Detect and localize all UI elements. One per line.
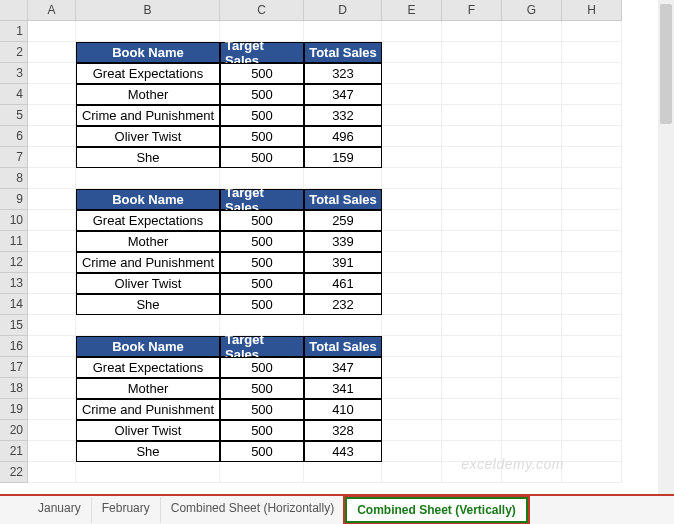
cell-B17[interactable]: Great Expectations — [76, 357, 220, 378]
cell-A6[interactable] — [28, 126, 76, 147]
cell-C11[interactable]: 500 — [220, 231, 304, 252]
cell-D9[interactable]: Total Sales — [304, 189, 382, 210]
cell-G3[interactable] — [502, 63, 562, 84]
cell-A5[interactable] — [28, 105, 76, 126]
cell-D4[interactable]: 347 — [304, 84, 382, 105]
cell-F3[interactable] — [442, 63, 502, 84]
column-header-B[interactable]: B — [76, 0, 220, 21]
cell-H13[interactable] — [562, 273, 622, 294]
cell-B4[interactable]: Mother — [76, 84, 220, 105]
cell-G15[interactable] — [502, 315, 562, 336]
sheet-tab-february[interactable]: February — [92, 497, 161, 523]
cell-G5[interactable] — [502, 105, 562, 126]
cell-A8[interactable] — [28, 168, 76, 189]
cell-E10[interactable] — [382, 210, 442, 231]
cell-E3[interactable] — [382, 63, 442, 84]
cell-D8[interactable] — [304, 168, 382, 189]
row-header-9[interactable]: 9 — [0, 189, 28, 210]
cell-C12[interactable]: 500 — [220, 252, 304, 273]
cell-F10[interactable] — [442, 210, 502, 231]
row-header-11[interactable]: 11 — [0, 231, 28, 252]
select-all-corner[interactable] — [0, 0, 28, 21]
row-header-1[interactable]: 1 — [0, 21, 28, 42]
cell-E14[interactable] — [382, 294, 442, 315]
cell-E12[interactable] — [382, 252, 442, 273]
cell-G13[interactable] — [502, 273, 562, 294]
cell-B16[interactable]: Book Name — [76, 336, 220, 357]
cell-B5[interactable]: Crime and Punishment — [76, 105, 220, 126]
cell-A12[interactable] — [28, 252, 76, 273]
cell-A7[interactable] — [28, 147, 76, 168]
cell-F8[interactable] — [442, 168, 502, 189]
cell-C21[interactable]: 500 — [220, 441, 304, 462]
cell-H15[interactable] — [562, 315, 622, 336]
cell-H17[interactable] — [562, 357, 622, 378]
cell-D16[interactable]: Total Sales — [304, 336, 382, 357]
column-header-E[interactable]: E — [382, 0, 442, 21]
cell-F4[interactable] — [442, 84, 502, 105]
cell-B3[interactable]: Great Expectations — [76, 63, 220, 84]
cell-G19[interactable] — [502, 399, 562, 420]
cell-C5[interactable]: 500 — [220, 105, 304, 126]
cell-C6[interactable]: 500 — [220, 126, 304, 147]
cell-H1[interactable] — [562, 21, 622, 42]
cell-G4[interactable] — [502, 84, 562, 105]
row-header-7[interactable]: 7 — [0, 147, 28, 168]
cell-B9[interactable]: Book Name — [76, 189, 220, 210]
column-header-F[interactable]: F — [442, 0, 502, 21]
cell-A2[interactable] — [28, 42, 76, 63]
cell-H5[interactable] — [562, 105, 622, 126]
row-header-6[interactable]: 6 — [0, 126, 28, 147]
cell-D7[interactable]: 159 — [304, 147, 382, 168]
cell-E15[interactable] — [382, 315, 442, 336]
cell-B11[interactable]: Mother — [76, 231, 220, 252]
cell-D2[interactable]: Total Sales — [304, 42, 382, 63]
cell-D20[interactable]: 328 — [304, 420, 382, 441]
cell-B22[interactable] — [76, 462, 220, 483]
cell-G8[interactable] — [502, 168, 562, 189]
cell-E19[interactable] — [382, 399, 442, 420]
cell-H8[interactable] — [562, 168, 622, 189]
column-header-C[interactable]: C — [220, 0, 304, 21]
cell-G11[interactable] — [502, 231, 562, 252]
cell-C13[interactable]: 500 — [220, 273, 304, 294]
row-header-16[interactable]: 16 — [0, 336, 28, 357]
cell-D12[interactable]: 391 — [304, 252, 382, 273]
cell-E5[interactable] — [382, 105, 442, 126]
cell-H9[interactable] — [562, 189, 622, 210]
sheet-tab-combined-sheet-horizontally-[interactable]: Combined Sheet (Horizontally) — [161, 497, 345, 523]
cell-H2[interactable] — [562, 42, 622, 63]
cell-F7[interactable] — [442, 147, 502, 168]
row-header-4[interactable]: 4 — [0, 84, 28, 105]
cell-D1[interactable] — [304, 21, 382, 42]
cell-G1[interactable] — [502, 21, 562, 42]
cell-D13[interactable]: 461 — [304, 273, 382, 294]
cell-H12[interactable] — [562, 252, 622, 273]
row-header-18[interactable]: 18 — [0, 378, 28, 399]
cell-H19[interactable] — [562, 399, 622, 420]
cell-E9[interactable] — [382, 189, 442, 210]
cell-A19[interactable] — [28, 399, 76, 420]
cell-H21[interactable] — [562, 441, 622, 462]
cell-F18[interactable] — [442, 378, 502, 399]
cell-H7[interactable] — [562, 147, 622, 168]
cell-E21[interactable] — [382, 441, 442, 462]
cell-H18[interactable] — [562, 378, 622, 399]
row-header-14[interactable]: 14 — [0, 294, 28, 315]
cell-B8[interactable] — [76, 168, 220, 189]
cell-D22[interactable] — [304, 462, 382, 483]
row-header-8[interactable]: 8 — [0, 168, 28, 189]
cell-E6[interactable] — [382, 126, 442, 147]
cell-H3[interactable] — [562, 63, 622, 84]
cell-E2[interactable] — [382, 42, 442, 63]
cell-C19[interactable]: 500 — [220, 399, 304, 420]
cell-D21[interactable]: 443 — [304, 441, 382, 462]
cell-B20[interactable]: Oliver Twist — [76, 420, 220, 441]
cell-H4[interactable] — [562, 84, 622, 105]
cell-D5[interactable]: 332 — [304, 105, 382, 126]
cell-A11[interactable] — [28, 231, 76, 252]
cell-B1[interactable] — [76, 21, 220, 42]
cell-H16[interactable] — [562, 336, 622, 357]
cell-A1[interactable] — [28, 21, 76, 42]
cell-H22[interactable] — [562, 462, 622, 483]
